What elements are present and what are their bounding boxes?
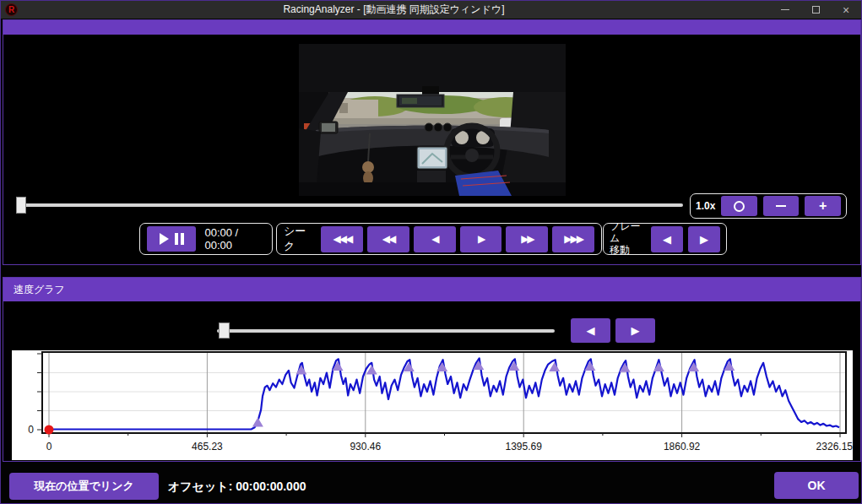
svg-text:465.23: 465.23 [192, 441, 223, 453]
pause-icon [175, 233, 184, 245]
link-current-position-button[interactable]: 現在の位置でリンク [9, 473, 159, 500]
time-display: 00:00 / 00:00 [204, 226, 265, 252]
play-pause-button[interactable] [147, 226, 196, 252]
triple-left-icon: ◀◀◀ [333, 233, 351, 245]
graph-back-button[interactable]: ◀ [571, 318, 610, 343]
graph-slider-track[interactable] [217, 329, 555, 333]
svg-text:1395.69: 1395.69 [506, 441, 543, 453]
zoom-out-icon [776, 205, 786, 208]
ok-button[interactable]: OK [774, 472, 859, 499]
maximize-icon [812, 6, 820, 14]
frame-move-label: フレーム 移動 [610, 221, 646, 256]
right-icon: ▶ [478, 233, 484, 245]
app-window: R RacingAnalyzer - [動画連携 同期設定ウィンドウ] × [0, 0, 862, 504]
video-seek-thumb[interactable] [16, 197, 26, 214]
graph-forward-button[interactable]: ▶ [615, 318, 655, 343]
seek-back-fast-button[interactable]: ◀◀◀ [321, 226, 363, 252]
graph-panel-header: 速度グラフ [3, 278, 860, 301]
svg-text:0: 0 [28, 424, 34, 436]
zoom-reset-button[interactable] [721, 196, 757, 216]
zoom-out-button[interactable] [763, 196, 800, 216]
svg-text:2326.15: 2326.15 [816, 441, 853, 453]
triple-right-icon: ▶▶▶ [564, 233, 583, 245]
zoom-reset-icon [734, 201, 745, 212]
seek-back-medium-button[interactable]: ◀◀ [367, 226, 409, 252]
zoom-in-icon: + [819, 199, 827, 213]
seek-label: シーク [284, 224, 317, 254]
video-panel-header [3, 20, 860, 35]
maximize-button[interactable] [800, 1, 831, 19]
left-icon: ◀ [431, 233, 437, 245]
speed-chart-widget[interactable]: 00465.23930.461395.691860.922326.15 [12, 350, 853, 460]
offset-label: オフセット: 00:00:00.000 [168, 473, 306, 500]
zoom-level-label: 1.0x [696, 200, 715, 212]
playback-group: 00:00 / 00:00 [139, 223, 273, 255]
window-title: RacingAnalyzer - [動画連携 同期設定ウィンドウ] [18, 3, 770, 17]
seek-back-button[interactable]: ◀ [414, 226, 456, 252]
double-right-icon: ▶▶ [521, 233, 533, 245]
video-seek-track[interactable] [16, 203, 683, 207]
minimize-button[interactable] [770, 1, 800, 19]
graph-position-slider[interactable] [217, 318, 555, 343]
video-frame [299, 44, 566, 196]
titlebar: R RacingAnalyzer - [動画連携 同期設定ウィンドウ] × [1, 1, 861, 19]
speed-chart[interactable]: 00465.23930.461395.691860.922326.15 [12, 350, 853, 460]
frame-back-button[interactable]: ◀ [651, 226, 683, 252]
video-seek-slider[interactable] [16, 196, 683, 214]
play-icon [160, 233, 169, 245]
close-button[interactable]: × [831, 1, 861, 19]
svg-text:0: 0 [46, 441, 52, 453]
seek-forward-button[interactable]: ▶ [460, 226, 502, 252]
zoom-controls-group: 1.0x + [690, 193, 847, 219]
speed-graph-panel: 速度グラフ ◀ ▶ 00465.23930.461395.691860.9223… [3, 277, 861, 462]
frame-forward-button[interactable]: ▶ [688, 226, 720, 252]
minimize-icon [781, 9, 789, 10]
seek-forward-medium-button[interactable]: ▶▶ [506, 226, 548, 252]
svg-text:1860.92: 1860.92 [664, 441, 701, 453]
seek-group: シーク ◀◀◀ ◀◀ ◀ ▶ ▶▶ ▶▶▶ [276, 223, 602, 255]
video-sync-panel: 1.0x + 00:00 / 00:00 シーク ◀◀◀ ◀◀ ◀ [3, 19, 861, 265]
zoom-in-button[interactable]: + [805, 196, 841, 216]
frame-move-group: フレーム 移動 ◀ ▶ [603, 223, 727, 255]
svg-text:930.46: 930.46 [350, 441, 381, 453]
seek-forward-fast-button[interactable]: ▶▶▶ [552, 226, 594, 252]
app-logo-icon: R [5, 3, 18, 16]
double-left-icon: ◀◀ [382, 233, 394, 245]
graph-slider-thumb[interactable] [219, 322, 230, 339]
